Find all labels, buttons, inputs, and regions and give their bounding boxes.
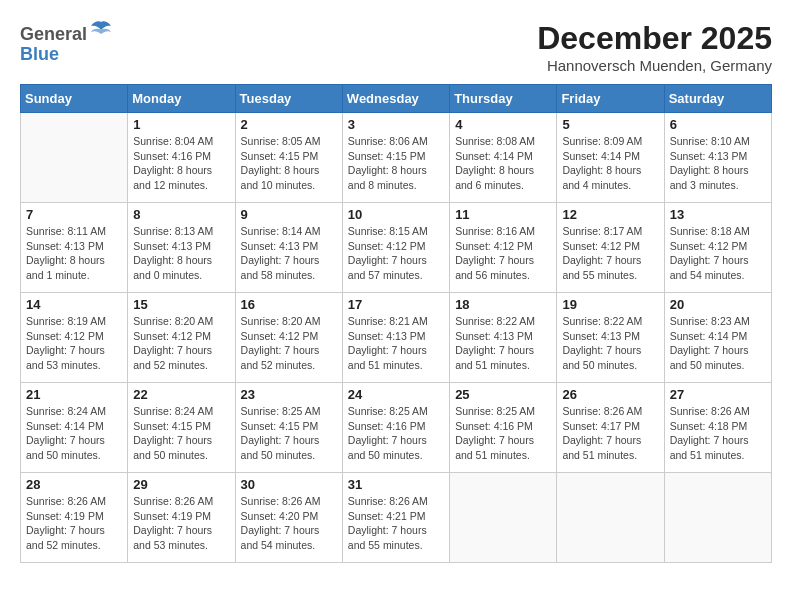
day-info: Sunrise: 8:14 AM Sunset: 4:13 PM Dayligh… (241, 224, 337, 283)
calendar-cell (21, 113, 128, 203)
day-number: 9 (241, 207, 337, 222)
day-info: Sunrise: 8:24 AM Sunset: 4:14 PM Dayligh… (26, 404, 122, 463)
day-number: 2 (241, 117, 337, 132)
calendar-cell: 11Sunrise: 8:16 AM Sunset: 4:12 PM Dayli… (450, 203, 557, 293)
day-number: 23 (241, 387, 337, 402)
column-header-monday: Monday (128, 85, 235, 113)
day-info: Sunrise: 8:10 AM Sunset: 4:13 PM Dayligh… (670, 134, 766, 193)
calendar-cell: 13Sunrise: 8:18 AM Sunset: 4:12 PM Dayli… (664, 203, 771, 293)
calendar-cell: 3Sunrise: 8:06 AM Sunset: 4:15 PM Daylig… (342, 113, 449, 203)
day-number: 10 (348, 207, 444, 222)
day-number: 21 (26, 387, 122, 402)
calendar-cell: 17Sunrise: 8:21 AM Sunset: 4:13 PM Dayli… (342, 293, 449, 383)
calendar-cell: 30Sunrise: 8:26 AM Sunset: 4:20 PM Dayli… (235, 473, 342, 563)
day-number: 26 (562, 387, 658, 402)
day-number: 5 (562, 117, 658, 132)
day-info: Sunrise: 8:06 AM Sunset: 4:15 PM Dayligh… (348, 134, 444, 193)
calendar-cell: 8Sunrise: 8:13 AM Sunset: 4:13 PM Daylig… (128, 203, 235, 293)
day-info: Sunrise: 8:26 AM Sunset: 4:18 PM Dayligh… (670, 404, 766, 463)
page-header: General Blue December 2025 Hannoversch M… (20, 20, 772, 74)
day-number: 19 (562, 297, 658, 312)
day-number: 15 (133, 297, 229, 312)
day-info: Sunrise: 8:26 AM Sunset: 4:21 PM Dayligh… (348, 494, 444, 553)
day-info: Sunrise: 8:19 AM Sunset: 4:12 PM Dayligh… (26, 314, 122, 373)
day-number: 28 (26, 477, 122, 492)
column-header-friday: Friday (557, 85, 664, 113)
day-number: 24 (348, 387, 444, 402)
calendar-cell: 14Sunrise: 8:19 AM Sunset: 4:12 PM Dayli… (21, 293, 128, 383)
calendar-cell: 28Sunrise: 8:26 AM Sunset: 4:19 PM Dayli… (21, 473, 128, 563)
day-number: 17 (348, 297, 444, 312)
calendar-cell: 29Sunrise: 8:26 AM Sunset: 4:19 PM Dayli… (128, 473, 235, 563)
logo-bird-icon (89, 20, 113, 40)
day-number: 13 (670, 207, 766, 222)
day-info: Sunrise: 8:05 AM Sunset: 4:15 PM Dayligh… (241, 134, 337, 193)
day-info: Sunrise: 8:17 AM Sunset: 4:12 PM Dayligh… (562, 224, 658, 283)
calendar-cell: 10Sunrise: 8:15 AM Sunset: 4:12 PM Dayli… (342, 203, 449, 293)
day-info: Sunrise: 8:22 AM Sunset: 4:13 PM Dayligh… (562, 314, 658, 373)
day-info: Sunrise: 8:23 AM Sunset: 4:14 PM Dayligh… (670, 314, 766, 373)
month-title: December 2025 (537, 20, 772, 57)
calendar-cell: 25Sunrise: 8:25 AM Sunset: 4:16 PM Dayli… (450, 383, 557, 473)
day-number: 6 (670, 117, 766, 132)
day-number: 12 (562, 207, 658, 222)
calendar-cell (450, 473, 557, 563)
calendar-cell (664, 473, 771, 563)
day-number: 20 (670, 297, 766, 312)
day-info: Sunrise: 8:25 AM Sunset: 4:15 PM Dayligh… (241, 404, 337, 463)
day-number: 27 (670, 387, 766, 402)
title-block: December 2025 Hannoversch Muenden, Germa… (537, 20, 772, 74)
day-number: 14 (26, 297, 122, 312)
day-number: 1 (133, 117, 229, 132)
calendar-cell: 23Sunrise: 8:25 AM Sunset: 4:15 PM Dayli… (235, 383, 342, 473)
day-info: Sunrise: 8:26 AM Sunset: 4:17 PM Dayligh… (562, 404, 658, 463)
calendar-cell: 24Sunrise: 8:25 AM Sunset: 4:16 PM Dayli… (342, 383, 449, 473)
day-number: 22 (133, 387, 229, 402)
day-info: Sunrise: 8:08 AM Sunset: 4:14 PM Dayligh… (455, 134, 551, 193)
day-number: 7 (26, 207, 122, 222)
calendar-table: SundayMondayTuesdayWednesdayThursdayFrid… (20, 84, 772, 563)
calendar-cell: 31Sunrise: 8:26 AM Sunset: 4:21 PM Dayli… (342, 473, 449, 563)
day-info: Sunrise: 8:16 AM Sunset: 4:12 PM Dayligh… (455, 224, 551, 283)
calendar-header: SundayMondayTuesdayWednesdayThursdayFrid… (21, 85, 772, 113)
day-number: 16 (241, 297, 337, 312)
day-info: Sunrise: 8:26 AM Sunset: 4:19 PM Dayligh… (26, 494, 122, 553)
column-header-wednesday: Wednesday (342, 85, 449, 113)
day-info: Sunrise: 8:25 AM Sunset: 4:16 PM Dayligh… (348, 404, 444, 463)
calendar-cell: 4Sunrise: 8:08 AM Sunset: 4:14 PM Daylig… (450, 113, 557, 203)
day-info: Sunrise: 8:22 AM Sunset: 4:13 PM Dayligh… (455, 314, 551, 373)
logo-blue-text: Blue (20, 45, 113, 65)
day-info: Sunrise: 8:18 AM Sunset: 4:12 PM Dayligh… (670, 224, 766, 283)
calendar-cell: 15Sunrise: 8:20 AM Sunset: 4:12 PM Dayli… (128, 293, 235, 383)
column-header-saturday: Saturday (664, 85, 771, 113)
day-number: 25 (455, 387, 551, 402)
calendar-cell: 6Sunrise: 8:10 AM Sunset: 4:13 PM Daylig… (664, 113, 771, 203)
day-number: 30 (241, 477, 337, 492)
day-info: Sunrise: 8:11 AM Sunset: 4:13 PM Dayligh… (26, 224, 122, 283)
day-number: 31 (348, 477, 444, 492)
day-info: Sunrise: 8:26 AM Sunset: 4:20 PM Dayligh… (241, 494, 337, 553)
day-info: Sunrise: 8:24 AM Sunset: 4:15 PM Dayligh… (133, 404, 229, 463)
day-number: 4 (455, 117, 551, 132)
logo-general-text: General (20, 24, 87, 44)
calendar-cell: 20Sunrise: 8:23 AM Sunset: 4:14 PM Dayli… (664, 293, 771, 383)
day-info: Sunrise: 8:13 AM Sunset: 4:13 PM Dayligh… (133, 224, 229, 283)
day-info: Sunrise: 8:04 AM Sunset: 4:16 PM Dayligh… (133, 134, 229, 193)
calendar-cell: 18Sunrise: 8:22 AM Sunset: 4:13 PM Dayli… (450, 293, 557, 383)
calendar-cell: 27Sunrise: 8:26 AM Sunset: 4:18 PM Dayli… (664, 383, 771, 473)
calendar-cell: 7Sunrise: 8:11 AM Sunset: 4:13 PM Daylig… (21, 203, 128, 293)
column-header-tuesday: Tuesday (235, 85, 342, 113)
calendar-cell: 5Sunrise: 8:09 AM Sunset: 4:14 PM Daylig… (557, 113, 664, 203)
calendar-cell: 22Sunrise: 8:24 AM Sunset: 4:15 PM Dayli… (128, 383, 235, 473)
day-info: Sunrise: 8:09 AM Sunset: 4:14 PM Dayligh… (562, 134, 658, 193)
calendar-cell: 1Sunrise: 8:04 AM Sunset: 4:16 PM Daylig… (128, 113, 235, 203)
logo: General Blue (20, 20, 113, 65)
day-number: 29 (133, 477, 229, 492)
column-header-thursday: Thursday (450, 85, 557, 113)
column-header-sunday: Sunday (21, 85, 128, 113)
day-number: 11 (455, 207, 551, 222)
calendar-cell: 16Sunrise: 8:20 AM Sunset: 4:12 PM Dayli… (235, 293, 342, 383)
calendar-cell: 19Sunrise: 8:22 AM Sunset: 4:13 PM Dayli… (557, 293, 664, 383)
day-info: Sunrise: 8:21 AM Sunset: 4:13 PM Dayligh… (348, 314, 444, 373)
day-info: Sunrise: 8:20 AM Sunset: 4:12 PM Dayligh… (241, 314, 337, 373)
